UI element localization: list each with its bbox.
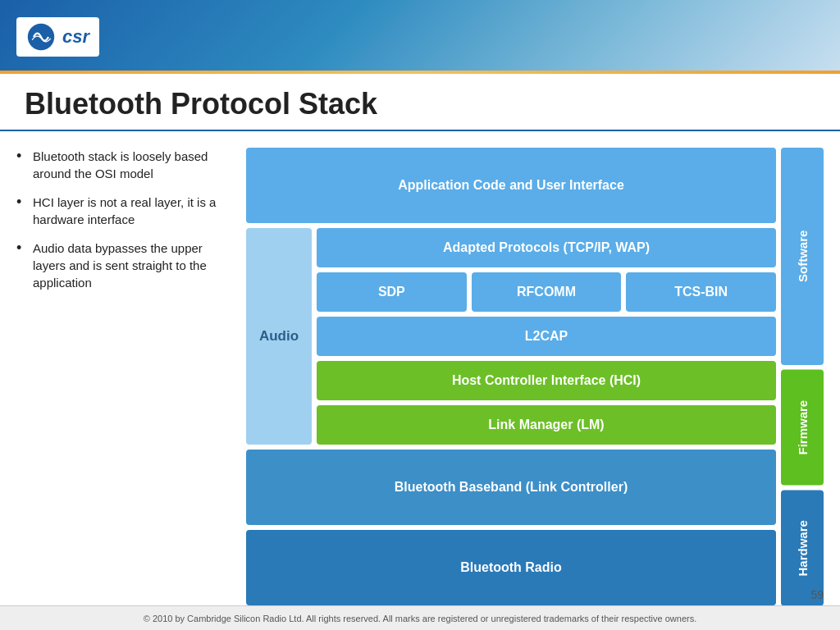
- sdp-box: SDP: [317, 272, 467, 312]
- hci-box: Host Controller Interface (HCI): [317, 361, 776, 400]
- header-bar: csr: [0, 0, 840, 74]
- main-content: Bluetooth stack is loosely based around …: [0, 139, 840, 614]
- baseband-box: Bluetooth Baseband (Link Controller): [246, 450, 776, 525]
- bullet-1: Bluetooth stack is loosely based around …: [16, 148, 230, 182]
- firmware-label: Firmware: [781, 370, 824, 486]
- logo-text: csr: [62, 26, 89, 48]
- middle-section: Audio Adapted Protocols (TCP/IP, WAP) SD…: [246, 228, 776, 445]
- page-title: Bluetooth Protocol Stack: [25, 87, 815, 121]
- inner-stack: Adapted Protocols (TCP/IP, WAP) SDP RFCO…: [317, 228, 776, 445]
- page-number: 59: [810, 588, 824, 601]
- l2cap-box: L2CAP: [317, 317, 776, 356]
- csr-logo-icon: [26, 22, 56, 52]
- logo-area: csr: [16, 17, 99, 57]
- diagram-stack: Application Code and User Interface Audi…: [246, 148, 776, 605]
- audio-box: Audio: [246, 228, 312, 445]
- rfcomm-box: RFCOMM: [472, 272, 622, 312]
- bullet-3: Audio data bypasses the upper layers and…: [16, 240, 230, 291]
- software-label: Software: [781, 148, 824, 365]
- footer: © 2010 by Cambridge Silicon Radio Ltd. A…: [0, 605, 840, 630]
- app-layer-box: Application Code and User Interface: [246, 148, 776, 223]
- tcs-box: TCS-BIN: [626, 272, 776, 312]
- title-area: Bluetooth Protocol Stack: [0, 74, 840, 131]
- bullet-2: HCI layer is not a real layer, it is a h…: [16, 194, 230, 228]
- diagram-wrapper: Application Code and User Interface Audi…: [246, 148, 824, 605]
- adapted-box: Adapted Protocols (TCP/IP, WAP): [317, 228, 776, 267]
- bullet-list: Bluetooth stack is loosely based around …: [16, 148, 230, 605]
- footer-text: © 2010 by Cambridge Silicon Radio Ltd. A…: [144, 614, 697, 623]
- right-labels: Software Firmware Hardware: [781, 148, 824, 605]
- lm-box: Link Manager (LM): [317, 405, 776, 445]
- radio-box: Bluetooth Radio: [246, 530, 776, 605]
- sdp-row: SDP RFCOMM TCS-BIN: [317, 272, 776, 312]
